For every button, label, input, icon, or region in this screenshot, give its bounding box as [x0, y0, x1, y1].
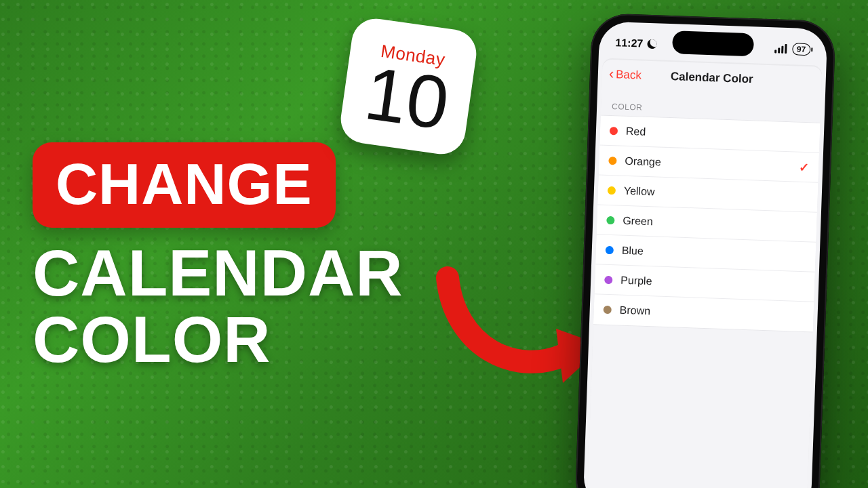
- thumbnail-stage: CHANGE CALENDAR COLOR Monday 10 11:27 97: [0, 0, 868, 488]
- color-label: Red: [626, 125, 646, 138]
- calendar-icon-daynum: 10: [361, 58, 453, 140]
- color-dot-icon: [604, 275, 612, 283]
- headline: CHANGE CALENDAR COLOR: [33, 142, 403, 373]
- color-label: Brown: [619, 304, 650, 318]
- cell-signal-icon: [774, 43, 787, 54]
- calendar-app-icon: Monday 10: [338, 16, 479, 157]
- phone-frame: 11:27 97 ‹ Back Calendar Color COLOR: [574, 13, 836, 488]
- phone-screen: 11:27 97 ‹ Back Calendar Color COLOR: [583, 21, 828, 488]
- color-dot-icon: [604, 306, 612, 314]
- color-label: Yellow: [624, 184, 655, 198]
- dynamic-island: [672, 30, 754, 56]
- color-dot-icon: [608, 186, 616, 194]
- color-list: RedOrange✓YellowGreenBluePurpleBrown: [593, 115, 821, 332]
- color-dot-icon: [606, 245, 614, 253]
- back-label: Back: [616, 68, 642, 82]
- status-time: 11:27: [615, 37, 644, 49]
- do-not-disturb-icon: [647, 39, 656, 49]
- nav-title: Calendar Color: [671, 70, 753, 86]
- chevron-left-icon: ‹: [609, 66, 614, 81]
- color-label: Purple: [620, 274, 652, 287]
- back-button[interactable]: ‹ Back: [608, 60, 642, 91]
- color-dot-icon: [610, 126, 618, 134]
- settings-sheet: ‹ Back Calendar Color COLOR RedOrange✓Ye…: [587, 60, 823, 488]
- battery-level: 97: [792, 43, 811, 56]
- color-label: Blue: [622, 244, 644, 257]
- color-label: Orange: [625, 155, 661, 168]
- checkmark-icon: ✓: [799, 159, 810, 175]
- headline-line-1: CALENDAR: [33, 240, 403, 306]
- color-dot-icon: [608, 156, 616, 164]
- headline-pill: CHANGE: [33, 142, 336, 228]
- headline-line-2: COLOR: [33, 306, 403, 373]
- color-dot-icon: [606, 216, 614, 224]
- color-label: Green: [623, 214, 653, 228]
